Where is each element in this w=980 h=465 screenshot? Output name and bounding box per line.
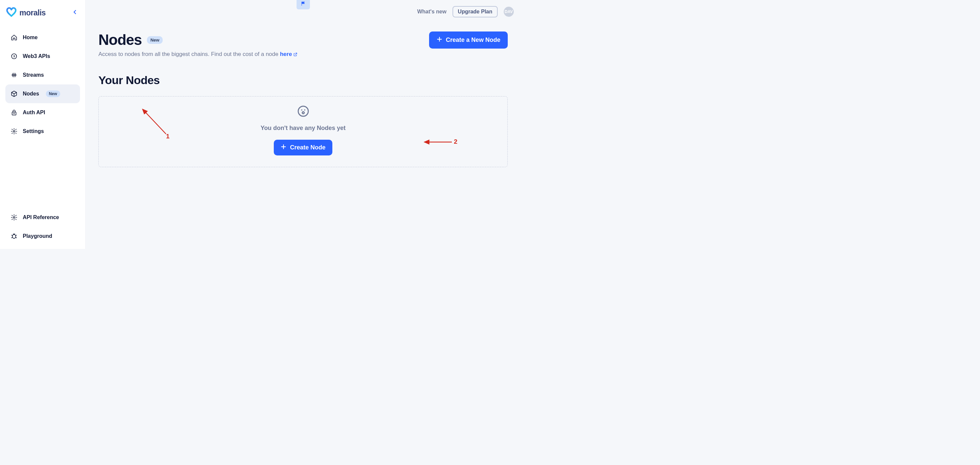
sidebar-item-label: Web3 APIs [23,53,50,59]
sidebar-item-nodes[interactable]: Nodes New [5,85,80,103]
lock-icon: A [11,109,18,116]
sidebar-item-streams[interactable]: Streams [5,66,80,85]
plus-icon [436,36,442,44]
streams-icon [11,72,18,78]
sidebar-item-web3-apis[interactable]: 3 Web3 APIs [5,47,80,66]
external-link-icon [293,52,298,57]
sidebar-nav: Home 3 Web3 APIs Streams Nodes New [0,28,85,141]
empty-state: You don't have any Nodes yet Create Node [99,96,508,167]
main-content: What's new Upgrade Plan DAV Nodes New Ac… [86,0,520,249]
page-subtitle: Access to nodes from all the biggest cha… [99,51,298,58]
brand-name: moralis [19,8,46,18]
svg-point-9 [304,109,305,110]
gear-icon [11,128,18,135]
whats-new-link[interactable]: What's new [417,9,446,15]
sidebar-item-settings[interactable]: Settings [5,122,80,141]
sidebar-nav-bottom: API Reference Playground [0,208,85,249]
bug-icon [11,233,18,240]
section-title: Your Nodes [99,74,508,87]
book-icon [11,214,18,221]
svg-point-10 [302,112,304,114]
sidebar-item-playground[interactable]: Playground [5,227,80,246]
sidebar-item-label: Auth API [23,110,45,115]
sidebar-item-api-reference[interactable]: API Reference [5,208,80,227]
chevron-left-icon [73,10,77,16]
pricing-link[interactable]: here [280,51,298,57]
upgrade-plan-button[interactable]: Upgrade Plan [452,6,498,18]
sidebar-item-label: Nodes [23,91,39,97]
sidebar: moralis Home 3 Web3 APIs [0,0,86,249]
new-badge: New [46,91,60,97]
svg-text:A: A [13,112,15,115]
moralis-heart-icon [6,7,17,19]
create-node-empty-button[interactable]: Create Node [274,140,332,155]
cube-icon [11,91,18,97]
sidebar-item-label: Home [23,35,38,40]
sidebar-header: moralis [0,5,85,28]
empty-state-text: You don't have any Nodes yet [261,125,346,132]
svg-text:3: 3 [13,54,15,58]
sidebar-item-home[interactable]: Home [5,28,80,47]
svg-point-6 [13,235,16,238]
brand-logo[interactable]: moralis [6,7,46,19]
create-node-top-button[interactable]: Create a New Node [429,32,508,49]
page-header: Nodes New Access to nodes from all the b… [99,32,508,58]
sidebar-item-label: Streams [23,72,44,78]
surprised-face-icon [297,105,309,118]
sidebar-collapse-button[interactable] [71,8,80,17]
svg-point-8 [301,109,302,110]
feedback-tab[interactable] [296,0,310,10]
plus-icon [280,144,286,152]
sidebar-item-label: API Reference [23,214,59,221]
new-badge: New [147,36,163,44]
page-title: Nodes [99,32,142,48]
avatar[interactable]: DAV [504,7,514,17]
sidebar-item-label: Settings [23,128,44,134]
sidebar-item-label: Playground [23,233,52,239]
web3-icon: 3 [11,53,18,60]
flag-icon [301,1,306,8]
sidebar-item-auth-api[interactable]: A Auth API [5,103,80,122]
svg-point-4 [13,131,15,132]
home-icon [11,34,18,41]
svg-point-5 [13,217,15,219]
